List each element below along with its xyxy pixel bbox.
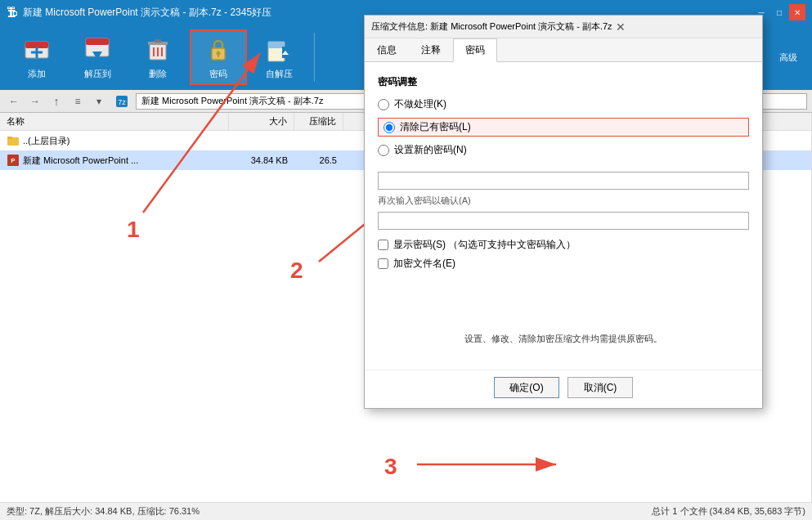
extract-button[interactable]: 解压到 [69,29,126,85]
nav-list-button[interactable]: ≡ [69,92,87,110]
close-button[interactable]: ✕ [789,4,805,20]
tab-password[interactable]: 密码 [453,38,497,62]
status-bar: 类型: 7Z, 解压后大小: 34.84 KB, 压缩比: 76.31% 总计 … [0,502,812,520]
radio-set-password-input[interactable] [378,145,389,156]
status-left: 类型: 7Z, 解压后大小: 34.84 KB, 压缩比: 76.31% [7,505,652,518]
dialog-content: 密码调整 不做处理(K) 清除已有密码(L) 设置新的密码(N) 再次输入密码以… [365,62,762,366]
cancel-button[interactable]: 取消(C) [568,377,633,398]
encrypt-filename-checkbox[interactable]: 加密文件名(E) [378,257,749,271]
confirm-label: 再次输入密码以确认(A) [378,195,749,207]
add-button[interactable]: 添加 [8,29,65,85]
ppt-icon: P [7,154,20,167]
radio-no-process[interactable]: 不做处理(K) [378,97,749,111]
add-label: 添加 [28,68,46,80]
nav-forward-button[interactable]: → [26,92,44,110]
delete-icon [143,35,173,65]
nav-up-button[interactable]: ↑ [47,92,65,110]
svg-text:7z: 7z [118,98,126,106]
dialog-buttons: 确定(O) 取消(C) [365,370,762,408]
confirm-password-input[interactable] [378,212,749,230]
tab-comment[interactable]: 注释 [409,38,453,62]
toolbar-right: 高级 [773,48,804,67]
encrypt-filename-label: 加密文件名(E) [393,257,455,271]
footer-text: 设置、修改、清除加密压缩文件均需提供原密码。 [378,333,749,345]
encrypt-filename-input[interactable] [378,258,388,269]
svg-rect-23 [7,137,12,139]
folder-icon [7,134,20,147]
file-type-icon: 7z [114,94,129,109]
selfextract-label: 自解压 [266,68,293,80]
window-title: 新建 Microsoft PowerPoint 演示文稿 - 副本.7z - 2… [23,6,271,20]
svg-rect-5 [86,38,109,45]
extract-label: 解压到 [84,68,111,80]
radio-set-password-label: 设置新的密码(N) [394,143,467,157]
selfextract-icon [264,35,294,65]
delete-button[interactable]: 删除 [129,29,186,85]
radio-no-process-label: 不做处理(K) [394,97,446,111]
radio-set-password[interactable]: 设置新的密码(N) [378,143,749,157]
advanced-button[interactable]: 高级 [773,48,804,67]
file-ratio-cell [294,139,343,142]
add-icon [22,35,52,65]
file-name-cell: P 新建 Microsoft PowerPoint ... [0,152,229,168]
password-dialog: 压缩文件信息: 新建 Microsoft PowerPoint 演示文稿 - 副… [364,15,763,409]
svg-text:P: P [11,157,16,164]
status-right: 总计 1 个文件 (34.84 KB, 35,683 字节) [652,505,805,518]
show-password-label: 显示密码(S) （勾选可支持中文密码输入） [393,238,576,252]
show-password-input[interactable] [378,240,388,250]
file-name: 新建 Microsoft PowerPoint ... [23,155,138,167]
ok-button[interactable]: 确定(O) [494,377,559,398]
tab-info[interactable]: 信息 [365,38,409,62]
extract-icon [83,35,112,65]
svg-rect-9 [155,39,161,43]
radio-clear-password-label: 清除已有密码(L) [400,120,471,134]
radio-clear-password-input[interactable] [384,122,395,133]
app-icon: 🗜 [7,6,18,19]
toolbar-separator [314,33,315,82]
dialog-tabs: 信息 注释 密码 [365,38,762,62]
section-title: 密码调整 [378,75,749,89]
dialog-close-button[interactable]: ✕ [612,19,629,35]
show-password-checkbox[interactable]: 显示密码(S) （勾选可支持中文密码输入） [378,238,749,252]
file-name: ..(上层目录) [23,135,70,147]
delete-label: 删除 [149,68,167,80]
file-size-cell [229,139,294,142]
file-size-cell: 34.84 KB [229,154,294,167]
selfextract-button[interactable]: 自解压 [250,29,307,85]
radio-group: 不做处理(K) 清除已有密码(L) 设置新的密码(N) [378,97,749,157]
password-button[interactable]: 密码 [190,29,247,85]
maximize-button[interactable]: □ [771,4,787,20]
svg-point-14 [217,51,221,55]
col-name[interactable]: 名称 [0,113,229,130]
password-icon [204,35,233,65]
nav-dropdown-button[interactable]: ▾ [90,92,108,110]
nav-back-button[interactable]: ← [5,92,23,110]
file-name-cell: ..(上层目录) [0,132,229,149]
password-input[interactable] [378,172,749,190]
radio-clear-password[interactable]: 清除已有密码(L) [378,118,749,137]
radio-no-process-input[interactable] [378,99,389,110]
col-size[interactable]: 大小 [229,113,294,130]
col-ratio[interactable]: 压缩比 [294,113,343,130]
dialog-title-text: 压缩文件信息: 新建 Microsoft PowerPoint 演示文稿 - 副… [371,20,612,33]
dialog-title-bar: 压缩文件信息: 新建 Microsoft PowerPoint 演示文稿 - 副… [365,16,762,38]
file-ratio-cell: 26.5 [294,154,343,167]
password-label: 密码 [209,68,227,80]
